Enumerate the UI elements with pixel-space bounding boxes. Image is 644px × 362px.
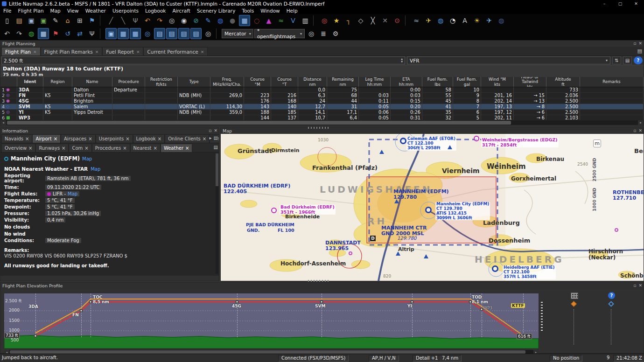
info-tab[interactable]: Airspaces × xyxy=(61,134,96,143)
options-button[interactable]: ⚙ xyxy=(330,28,341,39)
separator[interactable] xyxy=(313,15,316,26)
info-subtab[interactable]: Weather × xyxy=(161,144,193,152)
tab-close-icon[interactable]: × xyxy=(136,49,140,54)
tab-close-icon[interactable]: × xyxy=(158,136,161,141)
show-ndb-button[interactable]: ● xyxy=(227,15,238,26)
cruise-altitude-input[interactable]: 2.500 ft ▲ ▼ xyxy=(1,56,405,64)
info-tab[interactable]: Userpoints × xyxy=(96,134,133,143)
toggle-navaids-button[interactable]: ▦ xyxy=(130,28,141,39)
map-edit-button[interactable]: ✎ xyxy=(203,15,214,26)
show-route-highlight-button[interactable]: ┐ xyxy=(343,15,354,26)
show-vor-button[interactable]: ◍ xyxy=(215,15,226,26)
column-header[interactable]: Leg Time hh:mm xyxy=(359,77,391,87)
tab-close-icon[interactable]: × xyxy=(84,146,88,151)
open-flightplan-button[interactable]: ▤ xyxy=(14,15,25,26)
menu-logbook[interactable]: Logbook xyxy=(142,7,169,14)
info-tab[interactable]: Logbook × xyxy=(133,134,165,143)
distance-zoom-slider[interactable] xyxy=(611,309,611,345)
tab-close-icon[interactable]: × xyxy=(62,146,65,151)
column-header[interactable]: Wind °M kts xyxy=(481,77,514,87)
column-header[interactable]: Fuel Rem. gal xyxy=(453,77,481,87)
column-header[interactable]: Freq. MHz/kHz/Cha. xyxy=(210,77,244,87)
flight-plan-row[interactable]: 1 ◉ 3DA Dalton Departure 0,0 75 0:00 xyxy=(0,87,644,93)
menu-window[interactable]: Window xyxy=(257,7,283,14)
offline-globe-button[interactable]: ◍ xyxy=(496,15,507,26)
redo-button[interactable]: ↷ xyxy=(14,28,25,39)
minimize-button[interactable]: – xyxy=(596,0,612,7)
dock-float-button[interactable]: ▫ xyxy=(209,128,211,134)
menu-aircraft[interactable]: Aircraft xyxy=(169,7,193,14)
show-online-airspace-button[interactable]: ⊙ xyxy=(392,15,403,26)
map-link[interactable]: Map xyxy=(82,156,92,161)
vertical-zoom-slider[interactable] xyxy=(574,309,574,345)
show-userpoints-button[interactable]: ▲ xyxy=(263,15,274,26)
dock-float-button[interactable]: ▫ xyxy=(633,128,636,134)
bad-duerkheim-marker[interactable] xyxy=(271,208,277,213)
info-tab[interactable]: Airport × xyxy=(32,134,61,143)
menu-view[interactable]: View xyxy=(64,7,82,14)
waypoint-marker[interactable] xyxy=(394,199,399,203)
fullscreen-map-button[interactable]: ▣ xyxy=(105,28,117,39)
light-beacon-marker[interactable] xyxy=(615,228,618,232)
distance-zoom-slider-thumb[interactable] xyxy=(608,301,614,307)
map-link[interactable]: Map xyxy=(68,191,77,196)
splitter-handle[interactable] xyxy=(541,302,543,331)
separator[interactable] xyxy=(100,15,103,26)
toggle-airports-button[interactable]: ▦ xyxy=(118,28,129,39)
column-header[interactable]: Restriction ft/kts xyxy=(145,77,178,87)
close-button[interactable]: ✕ xyxy=(628,0,644,7)
spinner-arrows[interactable]: ▲ ▼ xyxy=(401,58,403,63)
flight-plan-tab[interactable]: Current Performance × xyxy=(143,47,208,56)
sun-shading-button[interactable]: ☀ xyxy=(471,15,483,26)
column-header[interactable]: Altitude ft xyxy=(546,77,580,87)
weinheim-bergstrasse-marker[interactable] xyxy=(474,136,479,141)
show-waypoints-button[interactable]: ▦ xyxy=(239,15,250,26)
tab-close-icon[interactable]: × xyxy=(95,49,99,54)
separator[interactable] xyxy=(405,15,408,26)
add-flightplan-position-button[interactable]: ⚑ xyxy=(50,28,61,39)
follow-aircraft-button[interactable]: ⊘ xyxy=(190,15,202,26)
search-map-button[interactable]: ◉ xyxy=(178,15,189,26)
map-zoom-button[interactable]: ◎ xyxy=(203,28,214,39)
flight-plan-row[interactable]: 3 ◉ 45G Brighton 176 168 24 44 0:11 0:15 xyxy=(0,98,644,104)
map-link[interactable]: Map xyxy=(91,167,100,172)
scrollbar-handle[interactable] xyxy=(216,153,218,186)
fuel-report-button[interactable]: ▤ xyxy=(623,56,632,64)
tab-close-icon[interactable]: × xyxy=(203,136,206,141)
splitter-handle[interactable] xyxy=(308,280,329,282)
mannheim-city-marker[interactable] xyxy=(425,207,432,213)
info-subtab[interactable]: Com × xyxy=(69,144,91,152)
menu-userpoints[interactable]: Userpoints xyxy=(109,7,142,14)
tab-close-icon[interactable]: × xyxy=(123,146,126,151)
procedures-button[interactable]: Ψ xyxy=(86,28,98,39)
waypoint-marker[interactable] xyxy=(448,145,452,149)
edit-kml-button[interactable]: ✎ xyxy=(50,15,61,26)
show-ai-aircraft-button[interactable]: ✈ xyxy=(423,15,434,26)
route-undo-button[interactable]: ↶ xyxy=(142,15,153,26)
coleman-aaf-marker[interactable] xyxy=(400,138,406,144)
show-wind-button[interactable]: ≈ xyxy=(411,15,422,26)
tab-close-icon[interactable]: × xyxy=(54,136,57,141)
column-header[interactable]: Fuel Rem. lbs xyxy=(422,77,453,87)
dock-close-button[interactable]: ✕ xyxy=(638,41,642,47)
reverse-route-button[interactable]: ⇄ xyxy=(74,28,85,39)
column-header[interactable]: Course °T xyxy=(271,77,298,87)
search-object-button[interactable]: ◎ xyxy=(166,15,177,26)
undo-button[interactable]: ↶ xyxy=(1,28,13,39)
separator[interactable] xyxy=(216,28,219,39)
help-button[interactable]: ? xyxy=(634,56,643,64)
column-header[interactable]: Type xyxy=(178,77,210,87)
calculate-route-button[interactable]: ↺ xyxy=(62,28,73,39)
tab-close-icon[interactable]: × xyxy=(88,136,92,141)
tab-close-icon[interactable]: × xyxy=(185,146,189,151)
tab-scroll-right-icon[interactable]: ▸ xyxy=(210,135,212,140)
search-button[interactable]: ◎ xyxy=(306,28,317,39)
column-header[interactable]: Remarks xyxy=(580,77,644,87)
profile-help-button[interactable]: ? xyxy=(608,292,615,299)
info-tab[interactable]: Online Clients × xyxy=(165,134,210,143)
home-button[interactable]: ⌂ xyxy=(62,15,73,26)
table-horizontal-scrollbar[interactable]: ◂ ▸ xyxy=(0,120,644,125)
show-airport-weather-button[interactable]: ◎ xyxy=(319,15,330,26)
column-header[interactable]: Remaining nm xyxy=(327,77,359,87)
light-beacon-marker[interactable] xyxy=(349,251,352,255)
